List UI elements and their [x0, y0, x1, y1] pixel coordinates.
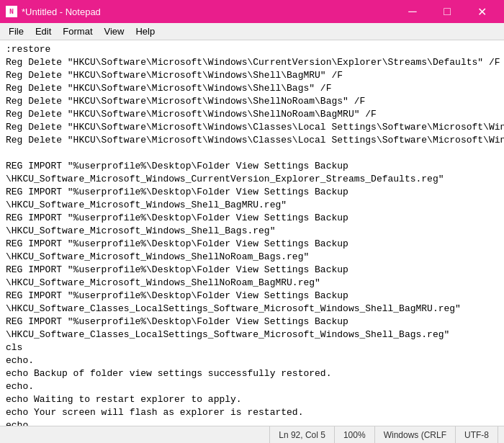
minimize-button[interactable]: ─: [396, 0, 429, 23]
title-bar: N *Untitled - Notepad ─ □ ✕: [0, 0, 504, 23]
window-title: *Untitled - Notepad: [22, 6, 101, 17]
menu-format[interactable]: Format: [57, 24, 98, 40]
menu-help[interactable]: Help: [130, 24, 161, 40]
status-zoom: 100%: [335, 426, 375, 443]
status-bar: Ln 92, Col 5 100% Windows (CRLF UTF-8: [0, 426, 504, 443]
menu-bar: File Edit Format View Help: [0, 23, 504, 40]
app-icon: N: [6, 6, 17, 17]
editor-container: [0, 40, 504, 426]
maximize-button[interactable]: □: [431, 0, 464, 23]
menu-view[interactable]: View: [99, 24, 130, 40]
menu-file[interactable]: File: [3, 24, 30, 40]
editor-textarea[interactable]: [0, 40, 504, 426]
close-button[interactable]: ✕: [465, 0, 498, 23]
status-position: Ln 92, Col 5: [269, 426, 335, 443]
status-encoding: UTF-8: [456, 426, 498, 443]
status-line-ending: Windows (CRLF: [375, 426, 456, 443]
title-bar-left: N *Untitled - Notepad: [6, 6, 101, 17]
window-controls: ─ □ ✕: [396, 0, 498, 23]
menu-edit[interactable]: Edit: [30, 24, 57, 40]
